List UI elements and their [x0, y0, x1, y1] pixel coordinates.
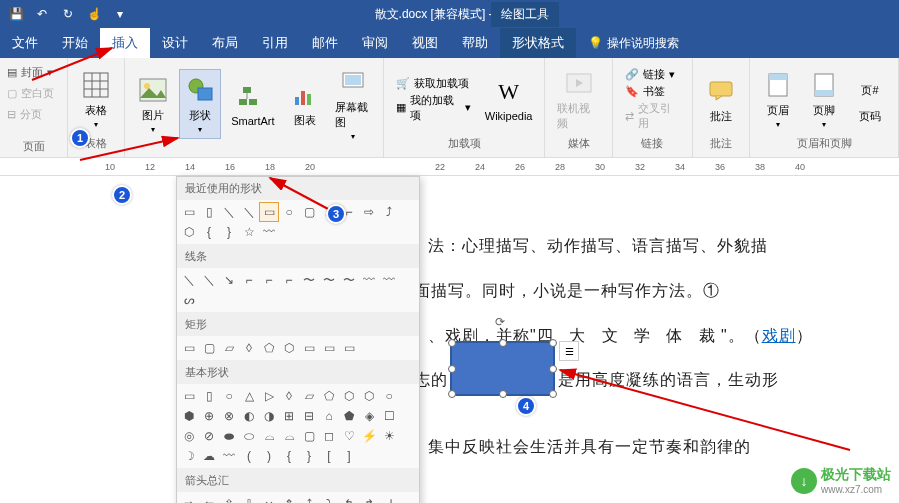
- bs-25[interactable]: ⬬: [219, 426, 239, 446]
- resize-handle[interactable]: [448, 390, 456, 398]
- table-button[interactable]: 表格▾: [76, 65, 116, 133]
- bs-4[interactable]: △: [239, 386, 259, 406]
- line-11[interactable]: 〰: [379, 270, 399, 290]
- shape-line[interactable]: ＼: [219, 202, 239, 222]
- save-icon[interactable]: 💾: [4, 2, 28, 26]
- layout-options-icon[interactable]: ☰: [559, 341, 579, 361]
- rotate-handle-icon[interactable]: ⟳: [495, 315, 511, 331]
- bs-11[interactable]: ○: [379, 386, 399, 406]
- bs-41[interactable]: [: [319, 446, 339, 466]
- resize-handle[interactable]: [448, 365, 456, 373]
- bs-31[interactable]: ♡: [339, 426, 359, 446]
- wikipedia-button[interactable]: WWikipedia: [481, 72, 537, 126]
- cover-page-button[interactable]: ▤封面 ▾: [4, 62, 63, 83]
- tab-insert[interactable]: 插入: [100, 28, 150, 58]
- bs-8[interactable]: ⬠: [319, 386, 339, 406]
- shape-star[interactable]: ☆: [239, 222, 259, 242]
- ar-7[interactable]: ⤴: [299, 494, 319, 503]
- bs-10[interactable]: ⬡: [359, 386, 379, 406]
- page-number-button[interactable]: 页#页码: [850, 71, 890, 128]
- shape-roundrect[interactable]: ▢: [299, 202, 319, 222]
- line-6[interactable]: ⌐: [279, 270, 299, 290]
- line-3[interactable]: ↘: [219, 270, 239, 290]
- bs-21[interactable]: ◈: [359, 406, 379, 426]
- my-addins-button[interactable]: ▦我的加载项 ▾: [392, 92, 475, 124]
- rect-5[interactable]: ⬠: [259, 338, 279, 358]
- ar-4[interactable]: ⇩: [239, 494, 259, 503]
- bs-36[interactable]: 〰: [219, 446, 239, 466]
- tab-help[interactable]: 帮助: [450, 28, 500, 58]
- shape-line2[interactable]: ＼: [239, 202, 259, 222]
- tab-review[interactable]: 审阅: [350, 28, 400, 58]
- bs-28[interactable]: ⌓: [279, 426, 299, 446]
- hyperlink-drama[interactable]: 戏剧: [762, 327, 796, 344]
- rect-2[interactable]: ▢: [199, 338, 219, 358]
- line-1[interactable]: ＼: [179, 270, 199, 290]
- tab-references[interactable]: 引用: [250, 28, 300, 58]
- screenshot-button[interactable]: 屏幕截图▾: [331, 62, 376, 145]
- ar-9[interactable]: ↰: [339, 494, 359, 503]
- bs-35[interactable]: ☁: [199, 446, 219, 466]
- bs-14[interactable]: ⊗: [219, 406, 239, 426]
- tab-design[interactable]: 设计: [150, 28, 200, 58]
- bookmark-button[interactable]: 🔖书签: [621, 83, 684, 100]
- bs-32[interactable]: ⚡: [359, 426, 379, 446]
- resize-handle[interactable]: [499, 390, 507, 398]
- bs-19[interactable]: ⌂: [319, 406, 339, 426]
- rect-9[interactable]: ▭: [339, 338, 359, 358]
- redo-icon[interactable]: ↻: [56, 2, 80, 26]
- ar-6[interactable]: ⇕: [279, 494, 299, 503]
- get-addins-button[interactable]: 🛒获取加载项: [392, 75, 475, 92]
- bs-2[interactable]: ▯: [199, 386, 219, 406]
- ar-3[interactable]: ⇧: [219, 494, 239, 503]
- bs-42[interactable]: ]: [339, 446, 359, 466]
- footer-button[interactable]: 页脚▾: [804, 65, 844, 133]
- tab-home[interactable]: 开始: [50, 28, 100, 58]
- tab-mailings[interactable]: 邮件: [300, 28, 350, 58]
- bs-37[interactable]: (: [239, 446, 259, 466]
- bs-38[interactable]: ): [259, 446, 279, 466]
- resize-handle[interactable]: [549, 365, 557, 373]
- rect-8[interactable]: ▭: [319, 338, 339, 358]
- shape-hexagon[interactable]: ⬡: [179, 222, 199, 242]
- bs-24[interactable]: ⊘: [199, 426, 219, 446]
- shape-oval[interactable]: ○: [279, 202, 299, 222]
- line-5[interactable]: ⌐: [259, 270, 279, 290]
- bs-22[interactable]: ☐: [379, 406, 399, 426]
- bs-40[interactable]: }: [299, 446, 319, 466]
- bs-3[interactable]: ○: [219, 386, 239, 406]
- tab-shape-format[interactable]: 形状格式: [500, 28, 576, 58]
- smartart-button[interactable]: SmartArt: [227, 77, 278, 131]
- rect-3[interactable]: ▱: [219, 338, 239, 358]
- rect-4[interactable]: ◊: [239, 338, 259, 358]
- bs-18[interactable]: ⊟: [299, 406, 319, 426]
- bs-15[interactable]: ◐: [239, 406, 259, 426]
- resize-handle[interactable]: [448, 339, 456, 347]
- bs-9[interactable]: ⬡: [339, 386, 359, 406]
- resize-handle[interactable]: [549, 390, 557, 398]
- shape-arrow2[interactable]: ⇨: [359, 202, 379, 222]
- resize-handle[interactable]: [499, 339, 507, 347]
- inserted-rectangle-shape[interactable]: ⟳ ☰: [450, 341, 555, 396]
- bs-39[interactable]: {: [279, 446, 299, 466]
- bs-30[interactable]: ◻: [319, 426, 339, 446]
- bs-5[interactable]: ▷: [259, 386, 279, 406]
- link-button[interactable]: 🔗链接 ▾: [621, 66, 684, 83]
- bs-26[interactable]: ⬭: [239, 426, 259, 446]
- tab-file[interactable]: 文件: [0, 28, 50, 58]
- resize-handle[interactable]: [549, 339, 557, 347]
- rect-6[interactable]: ⬡: [279, 338, 299, 358]
- bs-1[interactable]: ▭: [179, 386, 199, 406]
- ar-2[interactable]: ⇦: [199, 494, 219, 503]
- tab-layout[interactable]: 布局: [200, 28, 250, 58]
- line-10[interactable]: 〰: [359, 270, 379, 290]
- bs-20[interactable]: ⬟: [339, 406, 359, 426]
- comment-button[interactable]: 批注: [701, 71, 741, 128]
- bs-17[interactable]: ⊞: [279, 406, 299, 426]
- shape-freeform[interactable]: 〰: [259, 222, 279, 242]
- bs-6[interactable]: ◊: [279, 386, 299, 406]
- header-button[interactable]: 页眉▾: [758, 65, 798, 133]
- touch-mode-icon[interactable]: ☝: [82, 2, 106, 26]
- shapes-button[interactable]: 形状▾: [179, 69, 221, 139]
- tab-view[interactable]: 视图: [400, 28, 450, 58]
